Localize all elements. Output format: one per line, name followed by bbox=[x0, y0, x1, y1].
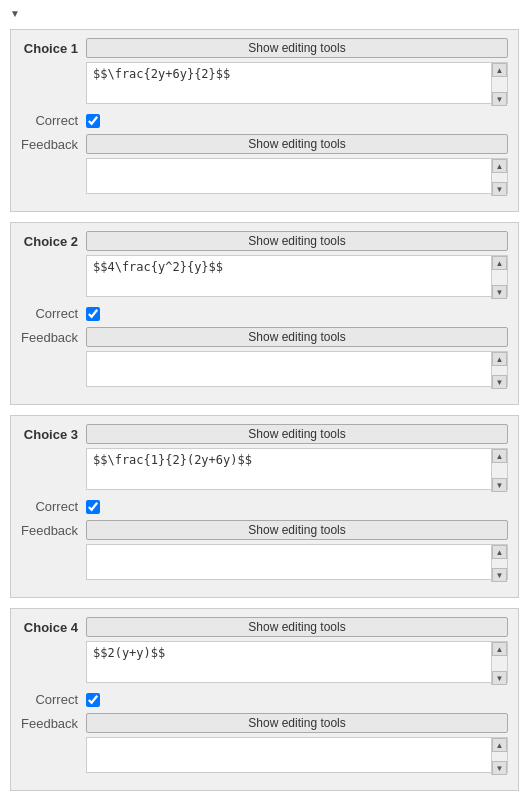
scroll-up-arrow-1[interactable]: ▲ bbox=[492, 63, 507, 77]
choice-row-2: Choice 2 Show editing tools $$4\frac{y^2… bbox=[21, 231, 508, 300]
show-editing-tools-button-1[interactable]: Show editing tools bbox=[86, 38, 508, 58]
collapse-triangle-icon[interactable]: ▼ bbox=[10, 8, 20, 19]
feedback-textarea-wrapper-3: ▲ ▼ bbox=[86, 544, 508, 583]
answers-header: ▼ bbox=[10, 8, 519, 19]
choice-block-3: Choice 3 Show editing tools $$\frac{1}{2… bbox=[10, 415, 519, 598]
feedback-row-4: Feedback Show editing tools ▲ ▼ bbox=[21, 713, 508, 776]
show-editing-tools-button-4[interactable]: Show editing tools bbox=[86, 617, 508, 637]
choice-textarea-wrapper-2: $$4\frac{y^2}{y}$$ ▲ ▼ bbox=[86, 255, 508, 300]
feedback-row-2: Feedback Show editing tools ▲ ▼ bbox=[21, 327, 508, 390]
choice-textarea-wrapper-4: $$2(y+y)$$ ▲ ▼ bbox=[86, 641, 508, 686]
choice-scrollbar-3: ▲ ▼ bbox=[491, 449, 507, 492]
feedback-textarea-2[interactable] bbox=[86, 351, 508, 387]
show-editing-tools-button-3[interactable]: Show editing tools bbox=[86, 424, 508, 444]
feedback-editing-tools-button-3[interactable]: Show editing tools bbox=[86, 520, 508, 540]
feedback-editing-tools-button-2[interactable]: Show editing tools bbox=[86, 327, 508, 347]
choice-label-1: Choice 1 bbox=[21, 38, 86, 56]
scroll-down-arrow-1[interactable]: ▼ bbox=[492, 92, 507, 106]
feedback-label-3: Feedback bbox=[21, 520, 86, 538]
correct-row-2: Correct bbox=[21, 306, 508, 321]
choice-row-4: Choice 4 Show editing tools $$2(y+y)$$ ▲… bbox=[21, 617, 508, 686]
feedback-scroll-up-arrow-3[interactable]: ▲ bbox=[492, 545, 507, 559]
correct-label-3: Correct bbox=[21, 499, 86, 514]
feedback-textarea-4[interactable] bbox=[86, 737, 508, 773]
answers-section: ▼ Choice 1 Show editing tools $$\frac{2y… bbox=[0, 0, 529, 809]
feedback-content-area-2: Show editing tools ▲ ▼ bbox=[86, 327, 508, 390]
choice-content-area-2: Show editing tools $$4\frac{y^2}{y}$$ ▲ … bbox=[86, 231, 508, 300]
correct-checkbox-3[interactable] bbox=[86, 500, 100, 514]
feedback-content-area-1: Show editing tools ▲ ▼ bbox=[86, 134, 508, 197]
feedback-scrollbar-3: ▲ ▼ bbox=[491, 545, 507, 582]
choice-scrollbar-1: ▲ ▼ bbox=[491, 63, 507, 106]
feedback-scroll-up-arrow-1[interactable]: ▲ bbox=[492, 159, 507, 173]
choice-block-1: Choice 1 Show editing tools $$\frac{2y+6… bbox=[10, 29, 519, 212]
scroll-up-arrow-4[interactable]: ▲ bbox=[492, 642, 507, 656]
feedback-row-1: Feedback Show editing tools ▲ ▼ bbox=[21, 134, 508, 197]
feedback-scrollbar-4: ▲ ▼ bbox=[491, 738, 507, 775]
scroll-down-arrow-4[interactable]: ▼ bbox=[492, 671, 507, 685]
choice-scrollbar-4: ▲ ▼ bbox=[491, 642, 507, 685]
choice-label-3: Choice 3 bbox=[21, 424, 86, 442]
feedback-textarea-1[interactable] bbox=[86, 158, 508, 194]
feedback-content-area-3: Show editing tools ▲ ▼ bbox=[86, 520, 508, 583]
choice-block-4: Choice 4 Show editing tools $$2(y+y)$$ ▲… bbox=[10, 608, 519, 791]
feedback-scroll-down-arrow-3[interactable]: ▼ bbox=[492, 568, 507, 582]
feedback-label-4: Feedback bbox=[21, 713, 86, 731]
scroll-up-arrow-3[interactable]: ▲ bbox=[492, 449, 507, 463]
correct-label-1: Correct bbox=[21, 113, 86, 128]
feedback-scrollbar-2: ▲ ▼ bbox=[491, 352, 507, 389]
choice-row-1: Choice 1 Show editing tools $$\frac{2y+6… bbox=[21, 38, 508, 107]
scroll-down-arrow-2[interactable]: ▼ bbox=[492, 285, 507, 299]
feedback-textarea-wrapper-1: ▲ ▼ bbox=[86, 158, 508, 197]
feedback-scroll-down-arrow-2[interactable]: ▼ bbox=[492, 375, 507, 389]
feedback-textarea-wrapper-2: ▲ ▼ bbox=[86, 351, 508, 390]
choice-content-area-1: Show editing tools $$\frac{2y+6y}{2}$$ ▲… bbox=[86, 38, 508, 107]
feedback-editing-tools-button-1[interactable]: Show editing tools bbox=[86, 134, 508, 154]
feedback-label-2: Feedback bbox=[21, 327, 86, 345]
choice-textarea-4[interactable]: $$2(y+y)$$ bbox=[86, 641, 508, 683]
feedback-scroll-down-arrow-1[interactable]: ▼ bbox=[492, 182, 507, 196]
correct-row-1: Correct bbox=[21, 113, 508, 128]
choice-textarea-3[interactable]: $$\frac{1}{2}(2y+6y)$$ bbox=[86, 448, 508, 490]
scroll-down-arrow-3[interactable]: ▼ bbox=[492, 478, 507, 492]
scroll-up-arrow-2[interactable]: ▲ bbox=[492, 256, 507, 270]
feedback-scrollbar-1: ▲ ▼ bbox=[491, 159, 507, 196]
choice-scrollbar-2: ▲ ▼ bbox=[491, 256, 507, 299]
feedback-editing-tools-button-4[interactable]: Show editing tools bbox=[86, 713, 508, 733]
correct-checkbox-4[interactable] bbox=[86, 693, 100, 707]
choice-textarea-wrapper-1: $$\frac{2y+6y}{2}$$ ▲ ▼ bbox=[86, 62, 508, 107]
feedback-scroll-up-arrow-2[interactable]: ▲ bbox=[492, 352, 507, 366]
correct-row-3: Correct bbox=[21, 499, 508, 514]
feedback-textarea-3[interactable] bbox=[86, 544, 508, 580]
correct-checkbox-1[interactable] bbox=[86, 114, 100, 128]
choice-row-3: Choice 3 Show editing tools $$\frac{1}{2… bbox=[21, 424, 508, 493]
choice-content-area-4: Show editing tools $$2(y+y)$$ ▲ ▼ bbox=[86, 617, 508, 686]
feedback-label-1: Feedback bbox=[21, 134, 86, 152]
choice-label-2: Choice 2 bbox=[21, 231, 86, 249]
correct-label-2: Correct bbox=[21, 306, 86, 321]
feedback-scroll-up-arrow-4[interactable]: ▲ bbox=[492, 738, 507, 752]
choice-textarea-wrapper-3: $$\frac{1}{2}(2y+6y)$$ ▲ ▼ bbox=[86, 448, 508, 493]
choices-container: Choice 1 Show editing tools $$\frac{2y+6… bbox=[10, 29, 519, 791]
feedback-scroll-down-arrow-4[interactable]: ▼ bbox=[492, 761, 507, 775]
choice-content-area-3: Show editing tools $$\frac{1}{2}(2y+6y)$… bbox=[86, 424, 508, 493]
show-editing-tools-button-2[interactable]: Show editing tools bbox=[86, 231, 508, 251]
correct-label-4: Correct bbox=[21, 692, 86, 707]
choice-textarea-1[interactable]: $$\frac{2y+6y}{2}$$ bbox=[86, 62, 508, 104]
choice-textarea-2[interactable]: $$4\frac{y^2}{y}$$ bbox=[86, 255, 508, 297]
feedback-content-area-4: Show editing tools ▲ ▼ bbox=[86, 713, 508, 776]
correct-checkbox-2[interactable] bbox=[86, 307, 100, 321]
feedback-row-3: Feedback Show editing tools ▲ ▼ bbox=[21, 520, 508, 583]
choice-block-2: Choice 2 Show editing tools $$4\frac{y^2… bbox=[10, 222, 519, 405]
choice-label-4: Choice 4 bbox=[21, 617, 86, 635]
correct-row-4: Correct bbox=[21, 692, 508, 707]
feedback-textarea-wrapper-4: ▲ ▼ bbox=[86, 737, 508, 776]
